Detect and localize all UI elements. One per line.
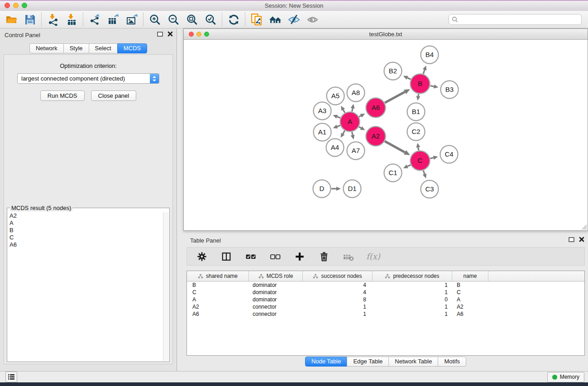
import-table-button[interactable] <box>65 13 78 26</box>
table-cell[interactable]: connector <box>249 304 303 310</box>
mcds-result-item[interactable]: B <box>8 227 163 234</box>
graph-edge-D-D1[interactable] <box>331 187 341 191</box>
graph-node-A6[interactable]: A6 <box>366 98 386 118</box>
float-panel-icon[interactable] <box>569 237 574 242</box>
graph-edge-C-C2[interactable] <box>416 143 420 150</box>
save-session-button[interactable] <box>23 13 37 26</box>
graph-edge-A-A4[interactable] <box>341 131 345 138</box>
column-header-name[interactable]: name <box>452 271 488 281</box>
graph-edge-A2-C[interactable] <box>385 141 410 155</box>
graph-node-B3[interactable]: B3 <box>441 81 459 99</box>
close-panel-icon[interactable] <box>167 31 173 37</box>
import-network-button[interactable] <box>46 13 60 26</box>
tab-network[interactable]: Network <box>29 43 64 53</box>
search-input[interactable] <box>449 14 582 25</box>
graph-node-A1[interactable]: A1 <box>314 124 331 141</box>
table-row[interactable]: A2connector11A2 <box>187 303 584 310</box>
graph-edge-A-A8[interactable] <box>351 104 355 111</box>
graph-edge-B-B1[interactable] <box>416 94 421 100</box>
resize-grip-icon[interactable] <box>581 224 587 230</box>
export-image-button[interactable] <box>125 13 139 26</box>
zoom-selected-button[interactable] <box>204 13 217 26</box>
table-row[interactable]: A6connector11A6 <box>187 310 584 318</box>
graph-edge-C-C1[interactable] <box>403 165 411 168</box>
graph-edge-B-B4[interactable] <box>423 66 427 74</box>
mcds-result-item[interactable]: C <box>8 234 163 241</box>
table-settings-button[interactable] <box>195 250 209 263</box>
table-cell[interactable]: B <box>187 282 249 288</box>
function-builder-button[interactable]: f(x) <box>366 252 380 261</box>
mcds-result-item[interactable]: A6 <box>8 241 163 248</box>
graph-node-B[interactable]: B <box>411 74 430 94</box>
column-header-mcds-role[interactable]: MCDS role <box>249 271 303 281</box>
graph-node-C4[interactable]: C4 <box>440 146 458 163</box>
graph-node-A3[interactable]: A3 <box>314 102 331 120</box>
zoom-in-button[interactable] <box>148 13 162 26</box>
graph-edge-C-C4[interactable] <box>430 156 438 160</box>
table-cell[interactable]: A6 <box>187 311 249 317</box>
graph-node-B1[interactable]: B1 <box>407 103 425 121</box>
mcds-result-item[interactable]: A <box>8 219 163 227</box>
graph-edge-A-A5[interactable] <box>341 106 345 113</box>
table-cell[interactable]: 4 <box>303 289 373 295</box>
close-panel-icon[interactable] <box>579 237 584 242</box>
show-column-panel-button[interactable] <box>220 250 233 263</box>
graph-node-C[interactable]: C <box>411 151 430 171</box>
table-row[interactable]: Adominator80A <box>187 296 584 303</box>
column-header-shared-name[interactable]: shared name <box>187 271 249 281</box>
zoom-fit-button[interactable] <box>185 13 199 26</box>
table-cell[interactable]: C <box>187 289 249 295</box>
memory-button[interactable]: Memory <box>547 372 584 382</box>
graph-node-A[interactable]: A <box>340 112 360 132</box>
create-column-button[interactable] <box>293 250 306 263</box>
graph-edge-A6-B[interactable] <box>385 89 410 103</box>
table-cell[interactable]: A6 <box>452 311 488 317</box>
graph-edge-C-C3[interactable] <box>423 171 427 178</box>
table-row[interactable]: Cdominator41C <box>187 289 584 296</box>
table-cell[interactable]: 1 <box>373 304 452 310</box>
new-network-from-selection-button[interactable] <box>250 13 263 26</box>
graph-edge-A-A2[interactable] <box>359 126 365 130</box>
graph-node-C1[interactable]: C1 <box>384 164 402 182</box>
graph-node-C2[interactable]: C2 <box>407 123 425 141</box>
graph-node-B2[interactable]: B2 <box>384 62 402 80</box>
column-header-predecessor-nodes[interactable]: predecessor nodes <box>373 271 452 281</box>
graph-edge-A-A1[interactable] <box>333 124 340 128</box>
delete-table-button[interactable] <box>342 250 355 263</box>
network-list-button[interactable] <box>5 372 17 382</box>
table-cell[interactable]: 1 <box>373 311 452 317</box>
run-mcds-button[interactable]: Run MCDS <box>40 91 85 101</box>
tab-style[interactable]: Style <box>63 43 89 53</box>
network-window-titlebar[interactable]: testGlobe.txt <box>184 29 588 40</box>
tab-mcds[interactable]: MCDS <box>117 43 147 53</box>
graph-edge-B-B2[interactable] <box>403 76 411 80</box>
hide-selected-button[interactable] <box>287 13 301 26</box>
table-row[interactable]: Bdominator41B <box>187 281 584 289</box>
graph-node-D1[interactable]: D1 <box>344 180 361 198</box>
criterion-dropdown[interactable]: largest connected component (directed) <box>17 73 159 84</box>
select-all-rows-button[interactable] <box>244 250 258 263</box>
graph-node-A8[interactable]: A8 <box>347 84 365 102</box>
tab-edge-table[interactable]: Edge Table <box>347 357 389 367</box>
network-canvas[interactable]: AA1A2A3A4A5A6A7A8BB1B2B3B4CC1C2C3C4DD1 <box>184 40 588 230</box>
column-header-successor-nodes[interactable]: successor nodes <box>303 271 373 281</box>
table-cell[interactable]: connector <box>249 311 303 317</box>
table-cell[interactable]: 1 <box>373 282 452 288</box>
tab-select[interactable]: Select <box>89 43 118 53</box>
graph-node-D[interactable]: D <box>313 180 331 198</box>
table-cell[interactable]: A2 <box>187 304 249 310</box>
graph-node-B4[interactable]: B4 <box>421 46 439 64</box>
export-table-button[interactable] <box>106 13 120 26</box>
tab-node-table[interactable]: Node Table <box>305 357 348 367</box>
refresh-button[interactable] <box>227 13 240 26</box>
close-panel-button[interactable]: Close panel <box>91 91 137 101</box>
table-cell[interactable]: C <box>452 289 488 295</box>
float-panel-icon[interactable] <box>157 32 163 37</box>
table-cell[interactable]: 4 <box>303 282 373 288</box>
table-cell[interactable]: 1 <box>303 311 373 317</box>
table-cell[interactable]: B <box>452 282 488 288</box>
table-cell[interactable]: 1 <box>373 289 452 295</box>
table-cell[interactable]: dominator <box>249 289 303 295</box>
zoom-out-button[interactable] <box>167 13 180 26</box>
graph-node-A5[interactable]: A5 <box>327 87 344 105</box>
